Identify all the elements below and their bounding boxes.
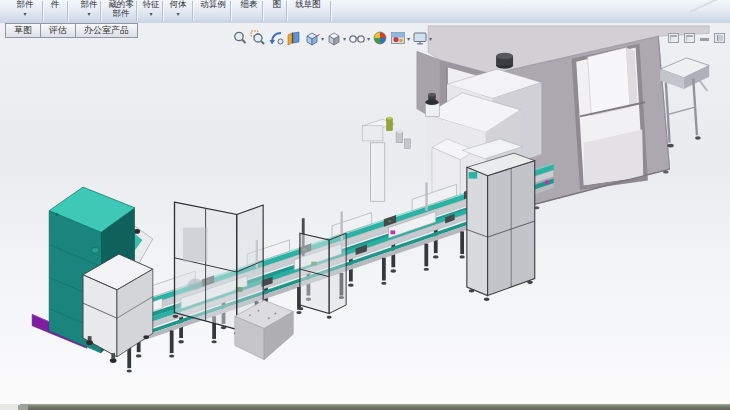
chevron-down-icon: ▾ [138, 11, 164, 17]
faint-sketch-artifact [689, 0, 727, 22]
display-style-icon [326, 30, 342, 46]
ribbon-button-bill-of-materials[interactable]: 细表 [234, 0, 264, 22]
bottom-edge-bar [0, 404, 730, 410]
view-settings-icon [412, 30, 428, 46]
outfeed-conveyor-bench [660, 58, 709, 148]
window-restore-icon[interactable] [684, 33, 695, 43]
chevron-down-icon: ▾ [343, 35, 346, 42]
safety-cage-small [298, 233, 346, 318]
display-style-button[interactable]: ▾ [326, 30, 346, 46]
zoom-to-fit-icon [232, 30, 248, 46]
ribbon-separator [230, 1, 231, 21]
chevron-down-icon: ▾ [429, 35, 432, 42]
tab-sketch[interactable]: 草图 [5, 23, 41, 38]
ribbon-button-insert-components[interactable]: 部件▾ [6, 0, 44, 22]
ribbon-button-move-components[interactable]: 部件▾ [70, 0, 108, 22]
ribbon-separator [330, 1, 331, 21]
ribbon-button-component[interactable]: 件 [46, 0, 64, 22]
tab-evaluate[interactable]: 评估 [40, 23, 76, 38]
edit-appearance-icon [372, 30, 388, 46]
ribbon-separator [162, 1, 163, 21]
chevron-down-icon: ▾ [164, 11, 192, 17]
ribbon-button-assembly-features[interactable]: 特征▾ [138, 0, 164, 22]
section-view-icon [286, 30, 302, 46]
window-menu-icon[interactable] [668, 33, 679, 43]
ribbon-separator [100, 1, 101, 21]
chevron-down-icon: ▾ [321, 35, 324, 42]
tab-office-products[interactable]: 办公室产品 [75, 23, 138, 38]
ribbon-button-show-hidden-components[interactable]: 藏的零部件 [104, 0, 138, 22]
ribbon-separator [67, 1, 68, 21]
section-view-button[interactable] [286, 30, 302, 46]
view-orientation-button[interactable]: ▾ [304, 30, 324, 46]
chevron-down-icon: ▾ [70, 11, 108, 17]
ribbon-separator [192, 1, 193, 21]
zoom-to-area-button[interactable] [250, 30, 266, 46]
window-close-icon[interactable] [714, 33, 725, 43]
ribbon-separator [136, 1, 137, 21]
ribbon-button-exploded-view[interactable]: 图 [266, 0, 288, 22]
bottom-bar-left-cap [0, 404, 20, 410]
ribbon-button-explode-line-sketch[interactable]: 线草图 [288, 0, 328, 22]
heads-up-view-toolbar: ▾ ▾ ▾ ▾ [232, 28, 434, 48]
previous-view-button[interactable] [268, 30, 284, 46]
view-orientation-icon [304, 30, 320, 46]
graphics-area[interactable] [0, 23, 730, 404]
window-minimize-icon[interactable] [700, 35, 709, 42]
ribbon-separator [262, 1, 263, 21]
ribbon-separator [286, 1, 287, 21]
zoom-to-fit-button[interactable] [232, 30, 248, 46]
hide-show-items-icon [348, 30, 366, 46]
chevron-down-icon: ▾ [6, 11, 44, 17]
hide-show-items-button[interactable]: ▾ [348, 30, 370, 46]
ribbon-button-motion-study[interactable]: 动算例 [194, 0, 232, 22]
ribbon: 部件▾ 件 部件▾ 藏的零部件 特征▾ 何体▾ 动算例 细表 图 线草图 [0, 0, 730, 24]
apply-scene-icon [390, 30, 406, 46]
command-manager-tabs: 草图 评估 办公室产品 [5, 23, 137, 38]
previous-view-icon [268, 30, 284, 46]
chevron-down-icon: ▾ [407, 35, 410, 42]
edit-appearance-button[interactable] [372, 30, 388, 46]
ribbon-button-reference-geometry[interactable]: 何体▾ [164, 0, 192, 22]
zoom-to-area-icon [250, 30, 266, 46]
apply-scene-button[interactable]: ▾ [390, 30, 410, 46]
view-settings-button[interactable]: ▾ [412, 30, 432, 46]
assembly-model [0, 23, 730, 404]
chevron-down-icon: ▾ [367, 35, 370, 42]
bottom-bar-nub [18, 405, 28, 410]
ribbon-separator [42, 1, 43, 21]
document-window-controls [668, 33, 725, 43]
